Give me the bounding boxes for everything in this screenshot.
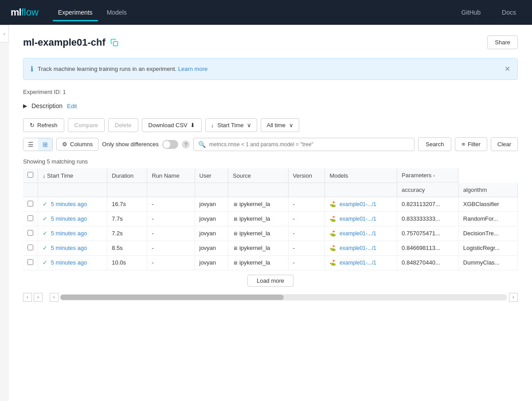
learn-more-link[interactable]: Learn more <box>178 66 207 72</box>
delete-button[interactable]: Delete <box>108 118 138 132</box>
filter-icon: ≡ <box>462 141 465 148</box>
row-checkbox-4[interactable] <box>27 259 33 265</box>
row-checkbox-2[interactable] <box>27 230 33 236</box>
row-model-3: ⛳ example01-.../1 <box>325 241 397 255</box>
row-checkbox-cell <box>23 241 38 255</box>
row-duration-4: 10.0s <box>107 255 147 270</box>
header-version[interactable]: Version <box>288 168 325 183</box>
start-time-link-1[interactable]: 5 minutes ago <box>51 215 87 222</box>
refresh-button[interactable]: ↻ Refresh <box>23 118 64 132</box>
nav-github[interactable]: GitHub <box>456 5 486 19</box>
row-user-0: jovyan <box>195 197 228 211</box>
source-cell-1: 🖥 ipykernel_la <box>233 215 284 222</box>
row-run-name-2: - <box>147 226 195 241</box>
scrollbar-track[interactable] <box>60 294 507 300</box>
results-count: Showing 5 matching runs <box>23 158 518 165</box>
subheader-empty-7 <box>288 183 325 197</box>
search-input[interactable] <box>209 138 410 151</box>
start-time-link-0[interactable]: 5 minutes ago <box>51 201 87 207</box>
header-duration[interactable]: Duration <box>107 168 147 183</box>
copy-icon[interactable] <box>110 38 119 47</box>
model-link-4[interactable]: example01-.../1 <box>340 260 376 266</box>
row-duration-3: 8.5s <box>107 241 147 255</box>
start-time-link-4[interactable]: 5 minutes ago <box>51 259 87 266</box>
nav-item-experiments[interactable]: Experiments <box>53 5 98 19</box>
load-more-area: Load more <box>23 270 518 291</box>
clear-button[interactable]: Clear <box>491 137 518 151</box>
row-accuracy-4: 0.848270440... <box>397 255 459 270</box>
row-user-4: jovyan <box>195 255 228 270</box>
scroll-left-button[interactable]: ‹ <box>23 293 32 302</box>
columns-icon: ⚙ <box>62 141 67 148</box>
scroll-far-left-button[interactable]: ‹ <box>50 293 59 302</box>
source-icon-3: 🖥 <box>233 245 238 251</box>
row-checkbox-1[interactable] <box>27 215 33 221</box>
scroll-right-button[interactable]: › <box>34 293 43 302</box>
row-version-0: - <box>288 197 325 211</box>
nav-docs[interactable]: Docs <box>497 5 521 19</box>
differences-toggle-switch[interactable] <box>162 140 178 149</box>
params-arrow-icon[interactable]: › <box>433 173 435 178</box>
search-box: 🔍 <box>193 138 415 151</box>
start-time-link-2[interactable]: 5 minutes ago <box>51 230 87 237</box>
compare-button[interactable]: Compare <box>68 118 105 132</box>
share-button[interactable]: Share <box>487 35 518 49</box>
model-link-2[interactable]: example01-.../1 <box>340 230 376 237</box>
subheader-empty-8 <box>325 183 397 197</box>
row-start-time-0: ✓ 5 minutes ago <box>38 197 107 211</box>
list-view-button[interactable]: ☰ <box>23 138 38 151</box>
row-model-1: ⛳ example01-.../1 <box>325 211 397 226</box>
sidebar-toggle[interactable]: › <box>0 25 9 43</box>
row-checkbox-3[interactable] <box>27 245 33 250</box>
row-algorithm-4: DummyClas... <box>458 255 517 270</box>
row-run-name-0: - <box>147 197 195 211</box>
model-link-1[interactable]: example01-.../1 <box>340 216 376 222</box>
subheader-empty-1 <box>23 183 38 197</box>
download-icon: ⬇ <box>190 122 195 128</box>
grid-view-button[interactable]: ⊞ <box>38 138 52 151</box>
model-link-0[interactable]: example01-.../1 <box>340 201 376 207</box>
subheader-empty-3 <box>107 183 147 197</box>
info-banner: ℹ Track machine learning training runs i… <box>23 58 518 80</box>
chevron-down-icon-2: ∨ <box>289 122 293 128</box>
model-icon-1: ⛳ <box>329 216 336 222</box>
row-accuracy-1: 0.833333333... <box>397 211 459 226</box>
page-header: ml-example01-chf Share <box>23 35 518 49</box>
subheader-algorithm: algorithm <box>458 183 517 197</box>
header-user[interactable]: User <box>195 168 228 183</box>
start-time-link-3[interactable]: 5 minutes ago <box>51 245 87 251</box>
filter-button[interactable]: ≡ Filter <box>455 137 487 151</box>
header-checkbox-cell <box>23 168 38 183</box>
header-source[interactable]: Source <box>228 168 288 183</box>
all-time-select[interactable]: All time ∨ <box>261 118 299 132</box>
filter-bar: ☰ ⊞ ⚙ Columns Only show differences ? 🔍 … <box>23 137 518 151</box>
scroll-far-right-button[interactable]: › <box>509 293 518 302</box>
table-body: ✓ 5 minutes ago 16.7s - jovyan 🖥 ipykern… <box>23 197 518 270</box>
row-algorithm-1: RandomFor... <box>458 211 517 226</box>
row-checkbox-cell <box>23 226 38 241</box>
toolbar: ↻ Refresh Compare Delete Download CSV ⬇ … <box>23 118 518 132</box>
header-start-time[interactable]: ↓ Start Time <box>38 168 107 183</box>
status-icon-0: ✓ <box>43 201 47 207</box>
row-checkbox-0[interactable] <box>27 201 33 206</box>
header-models[interactable]: Models <box>325 168 397 183</box>
grid-icon: ⊞ <box>43 141 48 148</box>
download-csv-button[interactable]: Download CSV ⬇ <box>142 118 202 132</box>
nav-item-models[interactable]: Models <box>102 5 132 19</box>
row-run-name-3: - <box>147 241 195 255</box>
edit-link[interactable]: Edit <box>67 103 77 109</box>
model-icon-2: ⛳ <box>329 230 336 237</box>
load-more-button[interactable]: Load more <box>247 275 293 287</box>
help-icon[interactable]: ? <box>182 140 190 148</box>
header-run-name[interactable]: Run Name <box>147 168 195 183</box>
model-link-3[interactable]: example01-.../1 <box>340 245 376 251</box>
select-all-checkbox[interactable] <box>27 172 33 178</box>
columns-button[interactable]: ⚙ Columns <box>56 138 98 151</box>
row-user-1: jovyan <box>195 211 228 226</box>
row-version-3: - <box>288 241 325 255</box>
model-icon-4: ⛳ <box>329 260 336 266</box>
search-button[interactable]: Search <box>418 137 451 151</box>
info-close-button[interactable]: ✕ <box>505 65 510 73</box>
description-toggle[interactable]: ▶ <box>23 103 27 109</box>
start-time-select[interactable]: ↓ Start Time ∨ <box>205 118 258 132</box>
